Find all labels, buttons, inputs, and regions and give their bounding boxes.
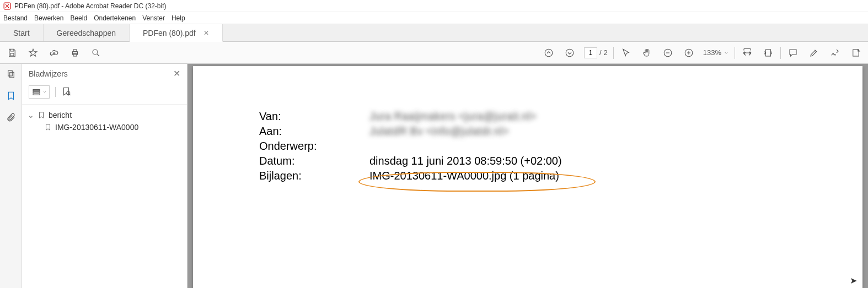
field-value-bijlagen: IMG-20130611-WA0000.jpg (1 pagina)	[369, 170, 559, 182]
menu-bestand[interactable]: Bestand	[3, 14, 28, 22]
main-area: Bladwijzers ✕ ⌄ bericht IMG-20130611-WA0…	[0, 64, 868, 288]
field-value-van: Jura Raaijmakers <jura@jurait.nl>	[369, 110, 537, 123]
toolbar-separator	[613, 47, 614, 59]
chevron-down-icon	[724, 50, 729, 56]
field-label-onderwerp: Onderwerp:	[259, 140, 369, 153]
svg-rect-1	[10, 53, 14, 56]
panel-toolbar-separator	[55, 87, 56, 97]
fit-width-icon[interactable]	[741, 46, 754, 59]
tab-tools[interactable]: Gereedschappen	[44, 24, 130, 41]
toolbar: / 2 133%	[0, 42, 868, 64]
svg-point-5	[93, 50, 98, 55]
find-bookmark-icon[interactable]	[61, 86, 71, 98]
save-icon[interactable]	[6, 46, 19, 59]
toolbar-separator	[780, 47, 781, 59]
bookmarks-title: Bladwijzers	[29, 69, 68, 78]
svg-rect-3	[73, 50, 77, 52]
menu-bewerken[interactable]: Bewerken	[34, 14, 63, 22]
bookmarks-icon[interactable]	[6, 91, 16, 102]
search-icon[interactable]	[89, 46, 103, 59]
pdf-page: Van: Jura Raaijmakers <jura@jurait.nl> A…	[193, 66, 862, 288]
document-viewport[interactable]: Van: Jura Raaijmakers <jura@jurait.nl> A…	[187, 64, 868, 288]
highlight-icon[interactable]	[807, 46, 821, 59]
field-label-van: Van:	[259, 110, 369, 123]
stamp-icon[interactable]	[849, 46, 862, 59]
bookmarks-tree: ⌄ bericht IMG-20130611-WA0000	[22, 105, 187, 138]
page-number-input[interactable]	[584, 47, 597, 58]
comment-icon[interactable]	[786, 46, 800, 59]
title-bar: PDFen (80).pdf - Adobe Acrobat Reader DC…	[0, 0, 868, 12]
field-label-aan: Aan:	[259, 125, 369, 138]
toolbar-separator	[735, 47, 735, 59]
menu-ondertekenen[interactable]: Ondertekenen	[94, 14, 136, 22]
hand-tool-icon[interactable]	[640, 46, 653, 59]
svg-rect-10	[766, 50, 771, 56]
tab-close-icon[interactable]: ✕	[203, 29, 209, 37]
page-down-icon[interactable]	[563, 46, 576, 59]
attachments-icon[interactable]	[6, 112, 16, 124]
menu-beeld[interactable]: Beeld	[70, 14, 87, 22]
chevron-down-icon[interactable]: ⌄	[28, 111, 34, 119]
left-rail	[0, 64, 22, 288]
field-value-aan: JulatdR Bv <info@julatdr.nl>	[369, 125, 509, 138]
bookmark-icon	[37, 111, 45, 119]
mouse-cursor-icon: ➤	[850, 275, 857, 286]
field-label-bijlagen: Bijlagen:	[259, 170, 369, 182]
svg-rect-12	[8, 70, 12, 76]
bookmark-label: bericht	[49, 111, 72, 119]
field-value-datum: dinsdag 11 juni 2013 08:59:50 (+02:00)	[369, 155, 562, 167]
field-label-datum: Datum:	[259, 155, 369, 167]
zoom-level[interactable]: 133%	[703, 48, 729, 57]
svg-rect-14	[33, 90, 40, 91]
svg-point-7	[566, 49, 574, 57]
bookmark-label: IMG-20130611-WA0000	[55, 123, 138, 132]
svg-rect-13	[9, 72, 14, 78]
zoom-value: 133%	[703, 48, 721, 57]
page-up-icon[interactable]	[542, 46, 555, 59]
select-tool-icon[interactable]	[619, 46, 633, 59]
tab-start[interactable]: Start	[0, 24, 44, 41]
app-icon	[3, 2, 11, 10]
tab-bar: Start Gereedschappen PDFen (80).pdf ✕	[0, 24, 868, 42]
star-icon[interactable]	[26, 46, 40, 59]
page-separator: /	[599, 48, 602, 57]
menu-venster[interactable]: Venster	[142, 14, 165, 22]
tab-file-label: PDFen (80).pdf	[143, 29, 196, 37]
bookmarks-panel: Bladwijzers ✕ ⌄ bericht IMG-20130611-WA0…	[22, 64, 187, 288]
menu-bar: Bestand Bewerken Beeld Ondertekenen Vens…	[0, 12, 868, 24]
bookmark-node-bericht[interactable]: ⌄ bericht	[28, 109, 181, 121]
bookmark-node-img[interactable]: IMG-20130611-WA0000	[28, 121, 181, 133]
zoom-out-icon[interactable]	[661, 46, 674, 59]
svg-point-6	[545, 49, 553, 57]
svg-rect-15	[33, 91, 40, 93]
svg-rect-4	[73, 53, 77, 56]
bookmark-options-icon[interactable]	[29, 85, 50, 99]
bookmark-icon	[44, 123, 52, 131]
print-icon[interactable]	[68, 46, 82, 59]
window-title: PDFen (80).pdf - Adobe Acrobat Reader DC…	[14, 2, 166, 10]
cloud-icon[interactable]	[47, 46, 61, 59]
panel-close-icon[interactable]: ✕	[173, 68, 180, 79]
svg-point-17	[67, 91, 70, 95]
page-indicator: / 2	[584, 47, 608, 58]
page-total: 2	[604, 48, 608, 57]
fit-page-icon[interactable]	[762, 46, 775, 59]
tab-start-label: Start	[13, 29, 30, 37]
tab-file[interactable]: PDFen (80).pdf ✕	[130, 24, 223, 42]
thumbnails-icon[interactable]	[6, 69, 16, 81]
tab-tools-label: Gereedschappen	[57, 29, 116, 37]
svg-rect-16	[33, 94, 40, 95]
zoom-in-icon[interactable]	[682, 46, 695, 59]
sign-icon[interactable]	[828, 46, 842, 59]
menu-help[interactable]: Help	[172, 14, 185, 22]
